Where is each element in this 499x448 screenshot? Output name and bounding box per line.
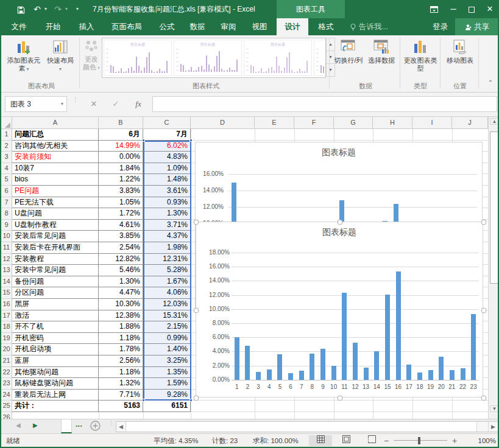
maximize-button[interactable] [463,0,480,18]
tab-开始[interactable]: 开始 [40,18,66,35]
row-header-26[interactable]: 26 [1,412,12,419]
bar-17[interactable] [406,365,411,380]
insert-function-icon[interactable]: fx [130,96,146,112]
chart-style-thumbnail[interactable]: 图表标题 [314,40,326,76]
bar-15[interactable] [385,295,390,380]
bar-10[interactable] [331,366,336,380]
bar-20[interactable] [439,357,444,380]
row-header-17[interactable]: 17 [1,310,12,322]
cell-B22[interactable]: 1.18% [99,367,143,379]
sign-in-button[interactable]: 登录 [433,18,448,35]
tab-审阅[interactable]: 审阅 [214,18,242,35]
cell-B25[interactable]: 5163 [99,401,143,412]
cell-B5[interactable]: 1.22% [99,174,143,186]
cell-A11[interactable]: 安装后卡在开机界面 [12,242,99,254]
switch-row-column-button[interactable]: 切换行/列 [333,38,364,65]
cell-B4[interactable]: 1.84% [99,163,143,175]
formula-input[interactable] [152,96,497,112]
bar-2[interactable] [245,346,250,380]
cell-A21[interactable]: 蓝屏 [12,355,99,367]
row-header-15[interactable]: 15 [1,287,12,299]
tab-数据[interactable]: 数据 [184,18,211,35]
chart-style-thumbnail[interactable]: 图表标题 [244,40,312,76]
vertical-scroll-thumb[interactable] [490,131,499,284]
undo-dropdown-icon[interactable]: ▾ [43,0,49,18]
chart-resize-handle[interactable] [194,307,199,313]
bar-14[interactable] [374,351,379,380]
tab-格式[interactable]: 格式 [308,18,344,35]
chart-resize-handle[interactable] [481,307,487,313]
cell-B21[interactable]: 2.56% [99,355,143,367]
row-header-6[interactable]: 6 [1,186,12,197]
cell-A5[interactable]: bios [12,174,99,186]
bar-23[interactable] [471,314,476,380]
normal-view-icon[interactable] [309,435,332,446]
gallery-more-icon[interactable]: ▼ [326,63,335,77]
bar-16[interactable] [396,271,401,380]
cell-A6[interactable]: PE问题 [12,186,99,197]
zoom-in-icon[interactable]: + [452,434,457,447]
row-header-8[interactable]: 8 [1,208,12,220]
cell-C25[interactable]: 6151 [143,401,191,412]
cell-A7[interactable]: PE无法下载 [12,197,99,209]
row-header-9[interactable]: 9 [1,220,12,231]
bar-18[interactable] [417,373,422,379]
horizontal-scroll-thumb[interactable] [127,422,477,432]
cell-A10[interactable]: 安装后常见问题 [12,231,99,242]
cell-B23[interactable]: 1.32% [99,378,143,390]
row-header-13[interactable]: 13 [1,265,12,276]
zoom-out-icon[interactable]: − [384,434,389,447]
vertical-scrollbar[interactable]: ▲ ▼ [488,117,499,419]
cell-A20[interactable]: 开机启动项 [12,344,99,355]
cell-B7[interactable]: 1.05% [99,197,143,209]
selection-handle[interactable] [142,399,145,402]
undo-icon[interactable]: ↶ [30,0,44,18]
new-sheet-icon[interactable] [90,421,101,431]
add-chart-element-button[interactable]: 添加图表元素 ▾ [6,38,41,73]
horizontal-scrollbar[interactable]: ◀ ▶ [116,421,498,432]
column-header-A[interactable]: A [12,117,99,129]
column-header-C[interactable]: C [143,117,191,129]
row-header-24[interactable]: 24 [1,390,12,401]
row-header-5[interactable]: 5 [1,174,12,186]
bar-3[interactable] [256,372,261,380]
name-box-dropdown-icon[interactable]: ▾ [57,96,67,112]
cell-A2[interactable]: 咨询其他/无相关 [12,141,99,152]
cell-A1[interactable]: 问题汇总 [12,129,99,141]
chart-resize-handle[interactable] [338,396,343,401]
cell-A3[interactable]: 安装前须知 [12,152,99,163]
chart-resize-handle[interactable] [338,220,343,225]
cell-B18[interactable]: 1.88% [99,321,143,333]
chart-title[interactable]: 图表标题 [196,227,483,238]
cell-B8[interactable]: 1.72% [99,208,143,220]
tab-页面布局[interactable]: 页面布局 [102,18,151,35]
row-header-10[interactable]: 10 [1,231,12,242]
cell-B1[interactable]: 6月 [99,129,143,141]
cell-B2[interactable]: 14.99% [99,141,143,152]
cell-A24[interactable]: 重装后无法上网 [12,390,99,401]
column-header-B[interactable]: B [99,117,143,129]
cell-A25[interactable]: 共计： [12,401,99,412]
cell-A23[interactable]: 鼠标键盘驱动问题 [12,378,99,390]
cell-A9[interactable]: U盘制作教程 [12,220,99,231]
row-header-7[interactable]: 7 [1,197,12,209]
row-header-21[interactable]: 21 [1,355,12,367]
row-header-11[interactable]: 11 [1,242,12,254]
tab-文件[interactable]: 文件 [6,18,32,35]
chart-style-thumbnail[interactable]: 图表标题 [174,40,242,76]
share-button[interactable]: 共享 [455,18,499,35]
minimize-button[interactable]: ─ [445,0,462,18]
chart-resize-handle[interactable] [481,220,487,225]
scroll-down-icon[interactable]: ▼ [490,405,499,412]
cell-A4[interactable]: 10装7 [12,163,99,175]
chart-style-thumbnail[interactable]: 图表标题 [104,40,172,76]
chart-resize-handle[interactable] [194,220,199,225]
redo-dropdown-icon[interactable]: ▾ [63,0,69,18]
close-button[interactable]: ✕ [481,0,498,18]
column-header-E[interactable]: E [255,117,294,129]
bar-1[interactable] [235,337,239,380]
bar-5[interactable] [277,354,282,380]
cell-A15[interactable]: 分区问题 [12,287,99,299]
collapse-ribbon-icon[interactable]: ⌃ [484,79,497,89]
sheet-next-icon[interactable]: ▶ [33,422,38,429]
